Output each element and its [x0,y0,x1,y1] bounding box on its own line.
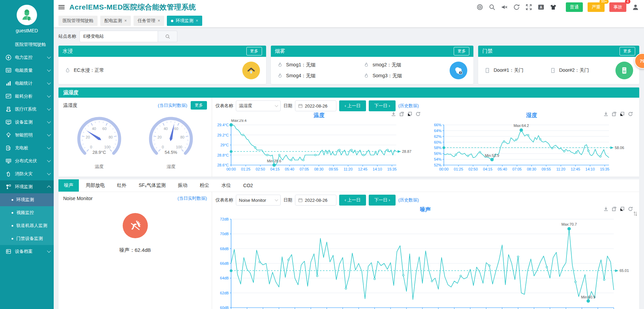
home-icon [242,62,260,79]
door-more-button[interactable]: 更多 [620,47,635,55]
meter-name-label: 仪表名称 [215,197,233,203]
headset-icon[interactable] [476,3,484,11]
sensor-status-text: Smog4：无烟 [286,73,315,79]
svg-text:62dB: 62dB [220,291,229,295]
sensor-status-text: EC水浸：正常 [74,67,104,74]
refresh-icon[interactable] [513,3,520,11]
svg-text:29.2°C: 29.2°C [217,133,229,137]
sidebar-item-消防火灾[interactable]: 消防火灾 [0,167,54,180]
restore-icon[interactable] [399,111,404,117]
download-icon[interactable] [391,111,396,117]
svg-text:52%: 52% [434,163,441,167]
sidebar-item-设备监测[interactable]: 设备监测 [0,116,54,129]
sidebar-item-医院管理驾驶舱[interactable]: 医院管理驾驶舱 [0,38,54,51]
subtab-水位[interactable]: 水位 [216,179,237,192]
status-buttons: 普通严重99+事故4 [561,2,626,12]
sidebar-item-智能照明[interactable]: 智能照明 [0,129,54,142]
restore2-icon[interactable] [620,206,625,212]
user-icon[interactable] [632,3,639,11]
tab-医院管理驾驶舱[interactable]: 医院管理驾驶舱 [58,16,98,26]
door-icon [484,67,490,74]
restore-icon[interactable] [611,111,617,117]
mute-icon[interactable] [501,3,508,11]
sidebar-item-电能质量[interactable]: 电能质量 [0,64,54,77]
site-name-label: 站点名称 [58,33,76,39]
water-card: 水浸 更多 EC水浸：正常 [58,46,266,84]
svg-text:100: 100 [176,145,182,149]
subtab-SF₆气体监测[interactable]: SF₆气体监测 [133,179,171,192]
site-name-input[interactable]: E楼变电站 [80,31,158,42]
search-icon[interactable] [488,3,496,11]
translate-icon[interactable]: A [537,3,545,11]
noise-next-day-button[interactable]: 下一日 › [369,195,396,206]
sidebar-item-电能统计[interactable]: 电能统计 [0,77,54,90]
tab-close-icon[interactable]: × [158,18,160,23]
tab-close-icon[interactable]: × [124,18,127,23]
drag-handle-icon[interactable] [633,211,638,216]
smoke-more-button[interactable]: 更多 [454,47,469,55]
date-input[interactable]: 2022-08-26 [295,100,336,111]
sensor-status-text: Somg3：无烟 [372,73,402,79]
noise-prev-day-button[interactable]: ‹ 上一日 [339,195,366,206]
sidebar-item-label: 智能照明 [15,132,48,138]
prev-day-button[interactable]: ‹ 上一日 [339,100,366,111]
site-search-button[interactable] [158,31,177,42]
flame-icon [363,73,369,79]
sidebar-subitem-门禁设备监测[interactable]: 门禁设备监测 [0,232,54,245]
meter-select[interactable]: 温湿度 [236,100,281,111]
svg-text:70dB: 70dB [220,232,229,236]
sidebar-item-充电桩[interactable]: 充电桩 [0,142,54,154]
subtab-粉尘[interactable]: 粉尘 [194,179,215,192]
subtab-CO2[interactable]: CO2 [238,180,259,191]
svg-text:62%: 62% [434,134,441,139]
reload-icon[interactable] [628,206,633,212]
svg-text:Max:29.4: Max:29.4 [231,119,246,123]
restore2-icon[interactable] [620,111,625,117]
noise-date-input[interactable]: 2022-08-26 [295,195,336,206]
noise-meter-select[interactable]: Noise Monitor [236,195,281,206]
svg-text:07:05: 07:05 [299,167,309,171]
svg-text:09:55: 09:55 [329,167,338,171]
subtab-红外[interactable]: 红外 [111,179,132,192]
status-button-1[interactable]: 普通 [566,2,583,12]
noise-rightcol: 仪表名称 Noise Monitor 日期 2022-08-26 ‹ 上一日 下… [212,192,639,309]
sidebar-item-环境监测[interactable]: 环境监测 [0,180,54,193]
sidebar-item-分布式光伏[interactable]: 分布式光伏 [0,154,54,167]
realtime-hint: (当日实时数据) [158,102,187,109]
temp-more-button[interactable]: 更多 [191,101,207,110]
subtab-局部放电[interactable]: 局部放电 [80,179,110,192]
hamburger-menu-icon[interactable] [58,5,65,9]
svg-text:66dB: 66dB [220,261,229,265]
tab-配电监测[interactable]: 配电监测× [100,16,131,26]
status-button-2[interactable]: 严重99+ [588,2,605,12]
status-button-3[interactable]: 事故4 [609,2,626,12]
avatar[interactable] [17,5,37,25]
svg-text:40: 40 [164,127,168,131]
next-day-button[interactable]: 下一日 › [369,100,396,111]
restore-icon[interactable] [611,206,617,212]
download-icon[interactable] [603,111,609,117]
sidebar-subitem-视频监控[interactable]: 视频监控 [0,206,54,219]
chevron-down-icon [47,119,51,123]
download-icon[interactable] [603,206,609,212]
water-more-button[interactable]: 更多 [246,47,262,55]
reload-icon[interactable] [628,111,633,117]
tab-任务管理[interactable]: 任务管理× [134,16,164,26]
sidebar-subitem-环境监测[interactable]: 环境监测 [0,193,54,206]
subtab-噪声[interactable]: 噪声 [58,179,79,192]
device-archive-icon [5,248,12,255]
chevron-down-icon [47,132,51,136]
reload-icon[interactable] [415,111,421,117]
restore2-icon[interactable] [407,111,413,117]
fullscreen-icon[interactable] [525,3,533,11]
tab-环境监测[interactable]: 环境监测× [167,16,202,26]
svg-text:68dB: 68dB [220,247,229,251]
sidebar-item-医疗IT系统[interactable]: 医疗IT系统 [0,103,54,116]
tab-close-icon[interactable]: × [196,18,198,23]
sidebar-item-能耗分析[interactable]: 能耗分析 [0,90,54,103]
subtab-振动[interactable]: 振动 [173,179,193,192]
theme-icon[interactable] [550,3,557,11]
sidebar-subitem-轨道机器人监测[interactable]: 轨道机器人监测 [0,219,54,232]
sidebar-item-电力监控[interactable]: 电力监控 [0,51,54,64]
sidebar-item-设备档案[interactable]: 设备档案 [0,245,54,258]
